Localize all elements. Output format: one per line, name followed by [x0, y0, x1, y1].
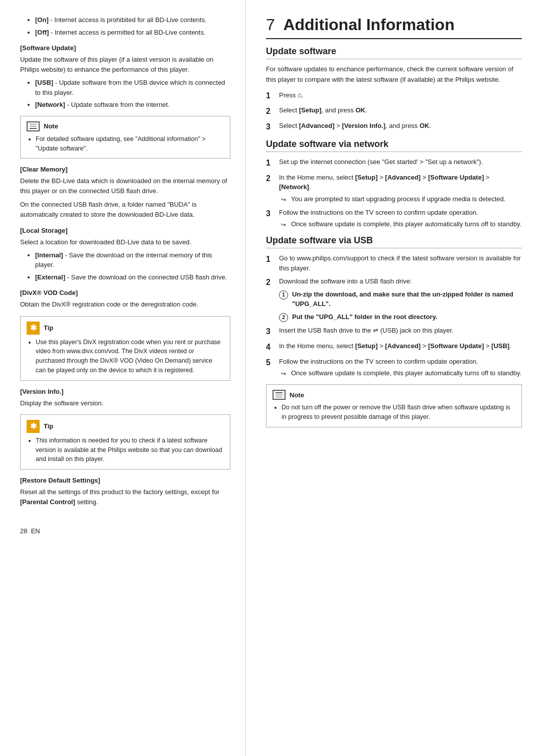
usb-step-1: 1 Go to www.philips.com/support to check… [266, 253, 522, 273]
software-update-intro: Update the software of this player (if a… [20, 55, 230, 75]
network-step-3: 3 Follow the instructions on the TV scre… [266, 208, 522, 230]
list-item: [On] - Internet access is prohibited for… [35, 15, 230, 25]
chapter-divider [266, 38, 522, 39]
tip-box-1: ✱ Tip Use this player's DivX registratio… [20, 316, 230, 381]
update-software-title: Update software [266, 46, 522, 59]
tip-box-2: ✱ Tip This information is needed for you… [20, 414, 230, 470]
sub-step: ↪ Once software update is complete, this… [281, 219, 522, 229]
note-icon-1 [27, 121, 40, 131]
list-item: [Off] - Internet access is permitted for… [35, 28, 230, 38]
tip-header-1: ✱ Tip [27, 322, 224, 335]
software-update-bullets: [USB] - Update software from the USB dev… [20, 78, 230, 110]
list-item: This information is needed for you to ch… [36, 436, 224, 464]
note-header-1: Note [27, 121, 224, 131]
update-via-usb-title: Update software via USB [266, 235, 522, 248]
tip-header-2: ✱ Tip [27, 420, 224, 433]
right-column: 7 Additional Information Update software… [246, 0, 542, 756]
usb-step-2: 2 Download the software into a USB flash… [266, 276, 522, 322]
tip-icon-1: ✱ [27, 322, 40, 335]
usb-step-3: 3 Insert the USB flash drive to the ⇌ (U… [266, 326, 522, 338]
sub-step: ↪ Once software update is complete, this… [281, 368, 522, 378]
restore-header: [Restore Default Settings] [20, 477, 230, 484]
note-list-right: Do not turn off the power or remove the … [273, 403, 515, 422]
software-update-header: [Software Update] [20, 44, 230, 52]
note-list-1: For detailed software updating, see "Add… [27, 134, 224, 154]
sub-step: ↪ You are prompted to start upgrading pr… [281, 194, 522, 204]
note-icon-right [273, 390, 286, 400]
clear-memory-text1: Delete the BD-Live data which is downloa… [20, 176, 230, 196]
sub-item-1: 1 Un-zip the download, and make sure tha… [279, 289, 522, 309]
chapter-title: Additional Information [283, 16, 454, 34]
note-label-right: Note [290, 391, 304, 399]
intro-bullets: [On] - Internet access is prohibited for… [20, 15, 230, 37]
local-storage-header: [Local Storage] [20, 227, 230, 234]
update-via-network-title: Update software via network [266, 139, 522, 152]
update-steps: 1 Press ⌂. 2 Select [Setup], and press O… [266, 90, 522, 133]
tip-list-1: Use this player's DivX registration code… [27, 338, 224, 375]
update-intro: For software updates to enchance perform… [266, 64, 522, 84]
note-box-right: Note Do not turn off the power or remove… [266, 384, 522, 427]
local-storage-text: Select a location for downloaded BD-Live… [20, 237, 230, 247]
tip-label-1: Tip [44, 324, 53, 332]
divx-header: [DivX® VOD Code] [20, 289, 230, 296]
version-info-text: Display the software version. [20, 398, 230, 408]
page-footer: 28 EN [20, 527, 230, 535]
step-2: 2 Select [Setup], and press OK. [266, 105, 522, 117]
note-header-right: Note [273, 390, 515, 400]
usb-step-5: 5 Follow the instructions on the TV scre… [266, 357, 522, 379]
chapter-number: 7 [266, 16, 275, 34]
network-step-2: 2 In the Home menu, select [Setup] > [Ad… [266, 173, 522, 204]
clear-memory-text2: On the connected USB flash drive, a fold… [20, 200, 230, 220]
list-item: [USB] - Update software from the USB dev… [35, 78, 230, 97]
local-storage-bullets: [Internal] - Save the download on the in… [20, 250, 230, 282]
list-item: Do not turn off the power or remove the … [282, 403, 515, 422]
page-number: 28 [20, 527, 27, 535]
tip-icon-2: ✱ [27, 420, 40, 433]
usb-step-4: 4 In the Home menu, select [Setup] > [Ad… [266, 341, 522, 353]
list-item: [Network] - Update software from the int… [35, 100, 230, 110]
list-item: Use this player's DivX registration code… [36, 338, 224, 375]
page-lang: EN [31, 527, 40, 535]
left-column: [On] - Internet access is prohibited for… [0, 0, 246, 756]
sub-item-2: 2 Put the "UPG_ALL" folder in the root d… [279, 312, 522, 322]
network-steps: 1 Set up the internet connection (see "G… [266, 157, 522, 230]
list-item: [Internal] - Save the download on the in… [35, 250, 230, 270]
note-label-1: Note [44, 122, 58, 130]
chapter-heading: 7 Additional Information [266, 15, 522, 34]
arrow-icon: ↪ [281, 369, 288, 378]
usb-icon: ⇌ [373, 326, 378, 336]
step-1: 1 Press ⌂. [266, 90, 522, 102]
tip-list-2: This information is needed for you to ch… [27, 436, 224, 464]
step-3: 3 Select [Advanced] > [Version Info.], a… [266, 121, 522, 133]
usb-steps: 1 Go to www.philips.com/support to check… [266, 253, 522, 378]
tip-label-2: Tip [44, 422, 53, 430]
arrow-icon: ↪ [281, 220, 288, 229]
network-step-1: 1 Set up the internet connection (see "G… [266, 157, 522, 169]
divx-text: Obtain the DivX® registration code or th… [20, 299, 230, 310]
restore-text: Reset all the settings of this product t… [20, 487, 230, 507]
note-box-1: Note For detailed software updating, see… [20, 116, 230, 159]
clear-memory-header: [Clear Memory] [20, 166, 230, 173]
home-icon: ⌂ [298, 90, 302, 100]
version-info-header: [Version Info.] [20, 388, 230, 395]
list-item: [External] - Save the download on the co… [35, 272, 230, 282]
arrow-icon: ↪ [281, 195, 288, 204]
list-item: For detailed software updating, see "Add… [36, 134, 224, 154]
